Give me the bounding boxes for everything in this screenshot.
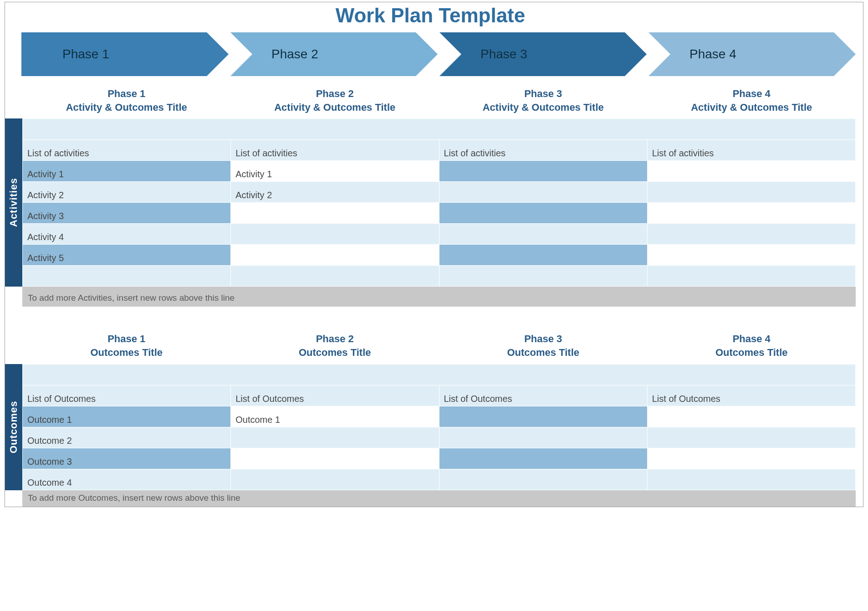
activity-cell[interactable] xyxy=(231,203,439,224)
outcome-cell[interactable] xyxy=(231,448,439,469)
activity-cell[interactable] xyxy=(439,203,647,224)
outcome-cell[interactable]: Outcome 2 xyxy=(23,427,231,448)
activity-cell[interactable] xyxy=(647,182,855,203)
activity-cell[interactable] xyxy=(439,182,647,203)
activity-cell[interactable] xyxy=(231,224,439,245)
table-row: Outcome 3 xyxy=(23,448,856,469)
table-row: Activity 5 xyxy=(23,245,856,266)
outcome-cell[interactable]: List of Outcomes xyxy=(647,385,855,406)
activities-header-3: Phase 3 Activity & Outcomes Title xyxy=(439,84,648,118)
outcomes-header-1: Phase 1 Outcomes Title xyxy=(22,329,231,364)
table-row: Activity 2Activity 2 xyxy=(23,182,856,203)
outcome-cell[interactable]: Outcome 1 xyxy=(231,406,439,427)
activities-header-2: Phase 2 Activity & Outcomes Title xyxy=(231,84,439,118)
table-row: Activity 3 xyxy=(23,203,856,224)
outcome-cell[interactable] xyxy=(647,406,855,427)
header-line1: Phase 3 xyxy=(524,88,562,99)
page: Work Plan Template Phase 1 Phase 2 Phase… xyxy=(5,2,863,507)
activity-cell[interactable]: List of activities xyxy=(231,140,439,161)
outcome-cell[interactable] xyxy=(439,427,647,448)
phase-arrow-1: Phase 1 xyxy=(21,32,229,76)
activity-cell[interactable] xyxy=(647,224,855,245)
activities-side-label: Activities xyxy=(5,118,22,287)
table-row: Activity 1Activity 1 xyxy=(23,161,856,182)
outcomes-header-3: Phase 3 Outcomes Title xyxy=(439,329,648,364)
activity-cell[interactable] xyxy=(439,224,647,245)
table-row: List of activitiesList of activitiesList… xyxy=(23,140,856,161)
header-line1: Phase 2 xyxy=(316,88,354,99)
activity-cell[interactable]: Activity 3 xyxy=(23,203,231,224)
activities-grid: Activities List of activitiesList of act… xyxy=(5,118,856,287)
outcome-cell[interactable]: List of Outcomes xyxy=(23,385,231,406)
header-line2: Activity & Outcomes Title xyxy=(66,102,187,113)
activity-cell[interactable]: Activity 1 xyxy=(23,161,231,182)
activity-cell[interactable] xyxy=(439,161,647,182)
activity-cell[interactable] xyxy=(647,245,855,266)
outcome-cell[interactable] xyxy=(647,427,855,448)
activity-cell[interactable] xyxy=(647,203,855,224)
activity-cell[interactable] xyxy=(439,245,647,266)
outcome-cell[interactable] xyxy=(647,448,855,469)
table-row: Activity 4 xyxy=(23,224,856,245)
activity-cell[interactable]: Activity 2 xyxy=(231,182,439,203)
outcome-cell[interactable]: List of Outcomes xyxy=(439,385,647,406)
activities-header-row: Phase 1 Activity & Outcomes Title Phase … xyxy=(22,84,856,118)
outcomes-table: List of OutcomesList of OutcomesList of … xyxy=(22,364,856,490)
phase-arrow-4: Phase 4 xyxy=(648,32,856,76)
outcome-cell[interactable]: List of Outcomes xyxy=(231,385,439,406)
header-line1: Phase 1 xyxy=(107,88,145,99)
outcomes-header-2: Phase 2 Outcomes Title xyxy=(231,329,439,364)
activity-cell[interactable] xyxy=(647,161,855,182)
activity-cell[interactable] xyxy=(231,245,439,266)
table-row xyxy=(23,266,856,287)
activity-cell[interactable] xyxy=(231,266,439,287)
outcomes-grid: Outcomes List of OutcomesList of Outcome… xyxy=(5,364,856,490)
phase-arrow-row: Phase 1 Phase 2 Phase 3 Phase 4 xyxy=(21,32,856,76)
outcome-cell[interactable] xyxy=(439,448,647,469)
activity-cell[interactable]: List of activities xyxy=(23,140,231,161)
outcomes-side-label: Outcomes xyxy=(5,364,22,490)
table-row: Outcome 1Outcome 1 xyxy=(23,406,856,427)
activity-cell[interactable] xyxy=(23,266,231,287)
table-row: Outcome 4 xyxy=(23,469,856,490)
activity-cell[interactable] xyxy=(647,266,855,287)
activities-hint: To add more Activities, insert new rows … xyxy=(22,286,856,307)
outcome-cell[interactable] xyxy=(231,427,439,448)
table-row: List of OutcomesList of OutcomesList of … xyxy=(23,385,856,406)
activity-cell[interactable] xyxy=(439,266,647,287)
activity-cell[interactable]: List of activities xyxy=(647,140,855,161)
activity-cell[interactable]: Activity 1 xyxy=(231,161,439,182)
phase-arrow-2: Phase 2 xyxy=(230,32,438,76)
header-line1: Phase 3 xyxy=(524,333,562,344)
page-title: Work Plan Template xyxy=(5,2,856,31)
outcome-cell[interactable]: Outcome 3 xyxy=(23,448,231,469)
header-line2: Outcomes Title xyxy=(90,347,163,358)
activities-table: List of activitiesList of activitiesList… xyxy=(22,118,856,287)
header-line2: Activity & Outcomes Title xyxy=(483,102,604,113)
header-line1: Phase 4 xyxy=(733,333,771,344)
outcome-cell[interactable] xyxy=(231,469,439,490)
header-line2: Activity & Outcomes Title xyxy=(691,102,812,113)
activity-cell[interactable]: List of activities xyxy=(439,140,647,161)
header-line2: Activity & Outcomes Title xyxy=(274,102,395,113)
header-line1: Phase 4 xyxy=(733,88,771,99)
phase-arrow-3: Phase 3 xyxy=(439,32,647,76)
outcome-cell[interactable] xyxy=(439,406,647,427)
activities-header-1: Phase 1 Activity & Outcomes Title xyxy=(22,84,231,118)
outcome-cell[interactable]: Outcome 1 xyxy=(23,406,231,427)
activity-cell[interactable]: Activity 2 xyxy=(23,182,231,203)
header-line2: Outcomes Title xyxy=(507,347,579,358)
activity-cell[interactable]: Activity 5 xyxy=(23,245,231,266)
outcome-cell[interactable]: Outcome 4 xyxy=(23,469,231,490)
table-row: Outcome 2 xyxy=(23,427,856,448)
outcomes-hint: To add more Outcomes, insert new rows ab… xyxy=(22,489,856,507)
outcome-cell[interactable] xyxy=(647,469,855,490)
header-line2: Outcomes Title xyxy=(715,347,788,358)
activity-cell[interactable]: Activity 4 xyxy=(23,224,231,245)
header-line2: Outcomes Title xyxy=(299,347,371,358)
header-line1: Phase 2 xyxy=(316,333,354,344)
activities-header-4: Phase 4 Activity & Outcomes Title xyxy=(648,84,856,118)
outcomes-header-4: Phase 4 Outcomes Title xyxy=(648,329,856,364)
outcomes-header-row: Phase 1 Outcomes Title Phase 2 Outcomes … xyxy=(22,329,856,364)
outcome-cell[interactable] xyxy=(439,469,647,490)
